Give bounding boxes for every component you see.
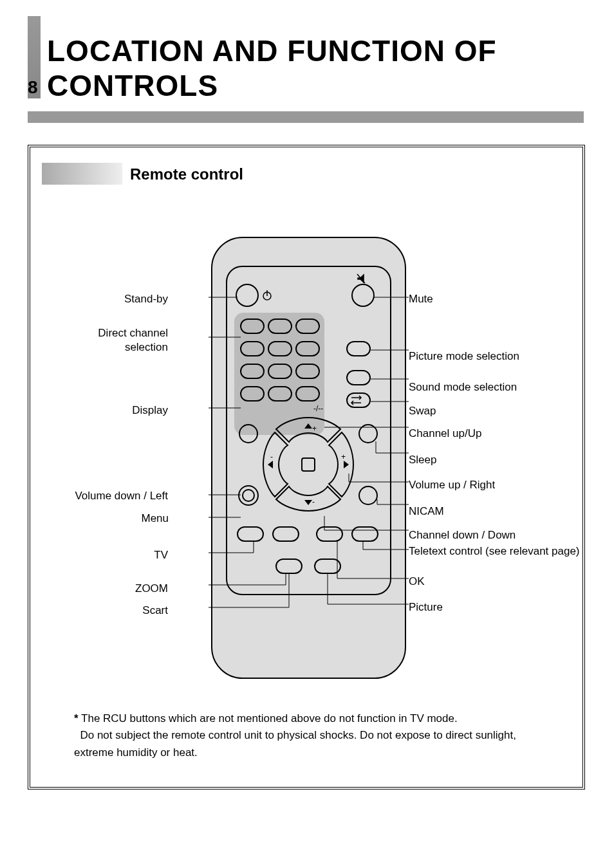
label-standby: Stand-by bbox=[89, 292, 168, 306]
svg-rect-11 bbox=[296, 319, 319, 333]
svg-rect-12 bbox=[241, 342, 264, 356]
label-channel-up: Channel up/Up bbox=[409, 427, 481, 441]
footnote-star: * bbox=[74, 712, 79, 725]
label-tv: TV bbox=[127, 548, 168, 562]
label-swap: Swap bbox=[409, 404, 436, 418]
section-badge-label: Remote control bbox=[130, 165, 243, 183]
label-scart: Scart bbox=[127, 604, 168, 618]
svg-text:+: + bbox=[341, 452, 346, 461]
label-sleep: Sleep bbox=[409, 453, 436, 467]
svg-rect-17 bbox=[296, 364, 319, 378]
svg-text:-: - bbox=[270, 452, 273, 461]
label-ok: OK bbox=[409, 575, 425, 589]
label-zoom: ZOOM bbox=[127, 582, 168, 596]
label-volume-down: Volume down / Left bbox=[56, 489, 168, 503]
label-mute: Mute bbox=[409, 292, 433, 306]
svg-rect-13 bbox=[268, 342, 292, 356]
footnote-line2: Do not subject the remote control unit t… bbox=[74, 729, 516, 758]
content-frame: Remote control Stand-by Direct channel s… bbox=[28, 145, 585, 790]
svg-rect-16 bbox=[268, 364, 292, 378]
section-badge bbox=[42, 163, 122, 185]
svg-text:-: - bbox=[312, 497, 315, 506]
header-rule bbox=[28, 111, 584, 123]
label-sound-mode: Sound mode selection bbox=[409, 380, 517, 394]
remote-diagram: -/-- + - - + bbox=[209, 234, 409, 681]
label-direct-channel: Direct channel selection bbox=[71, 326, 168, 355]
footnote: * The RCU buttons which are not mentione… bbox=[74, 710, 544, 761]
label-volume-up: Volume up / Right bbox=[409, 478, 495, 492]
svg-rect-15 bbox=[241, 364, 264, 378]
label-picture-mode: Picture mode selection bbox=[409, 349, 519, 364]
svg-rect-18 bbox=[268, 387, 292, 401]
svg-text:+: + bbox=[312, 424, 317, 433]
footnote-line1: The RCU buttons which are not mentioned … bbox=[81, 712, 458, 725]
svg-rect-9 bbox=[241, 319, 264, 333]
label-picture: Picture bbox=[409, 600, 443, 614]
svg-text:-/--: -/-- bbox=[313, 404, 323, 413]
label-display: Display bbox=[114, 403, 168, 418]
label-menu: Menu bbox=[120, 512, 169, 526]
section-title: LOCATION AND FUNCTION OF CONTROLS bbox=[47, 33, 614, 103]
label-teletext: Teletext control (see relevant page) bbox=[409, 544, 580, 559]
label-channel-down: Channel down / Down bbox=[409, 528, 516, 542]
label-nicam: NICAM bbox=[409, 504, 444, 519]
svg-rect-19 bbox=[296, 387, 319, 401]
svg-rect-10 bbox=[268, 319, 292, 333]
svg-rect-14 bbox=[296, 342, 319, 356]
page-number: 8 bbox=[28, 77, 38, 98]
